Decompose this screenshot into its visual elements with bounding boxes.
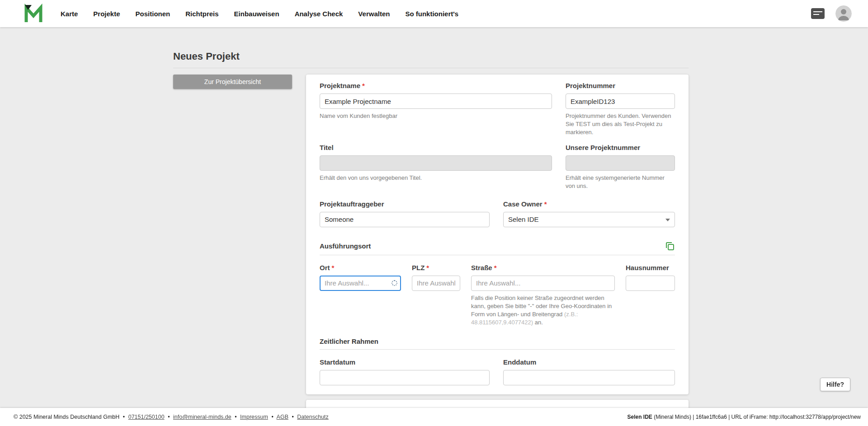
required-asterisk: * bbox=[426, 264, 429, 272]
footer-link-agb[interactable]: AGB bbox=[277, 414, 288, 420]
titel-helper: Erhält den von uns vorgegebenen Titel. bbox=[320, 174, 552, 182]
field-plz: PLZ* bbox=[412, 264, 460, 327]
startdatum-input[interactable] bbox=[320, 370, 490, 385]
new-project-form-card: Projektname* Name vom Kunden festlegbar … bbox=[306, 75, 689, 394]
user-avatar[interactable] bbox=[835, 5, 852, 22]
nav-item-richtpreis[interactable]: Richtpreis bbox=[185, 10, 218, 18]
footer-link-email[interactable]: info@mineral-minds.de bbox=[173, 414, 231, 420]
enddatum-label: Enddatum bbox=[503, 358, 675, 366]
strasse-label: Straße* bbox=[471, 264, 615, 272]
mineral-minds-logo[interactable] bbox=[24, 4, 43, 23]
case-owner-select[interactable]: Selen IDE bbox=[503, 212, 675, 227]
field-projektauftraggeber: Projektauftraggeber bbox=[320, 200, 490, 227]
field-projektname: Projektname* Name vom Kunden festlegbar bbox=[320, 82, 552, 136]
logo-m-icon bbox=[24, 4, 43, 23]
navbar-right bbox=[811, 5, 852, 22]
section-divider bbox=[320, 349, 675, 350]
footer-separator: • bbox=[123, 414, 125, 420]
unsere-projektnummer-input bbox=[566, 155, 675, 171]
section-title-zeitlicher-rahmen: Zeitlicher Rahmen bbox=[320, 337, 378, 346]
left-column: Zur Projektübersicht bbox=[173, 75, 292, 89]
field-enddatum: Enddatum bbox=[503, 358, 675, 385]
projektauftraggeber-label: Projektauftraggeber bbox=[320, 200, 490, 208]
titel-label: Titel bbox=[320, 144, 552, 152]
nav-item-karte[interactable]: Karte bbox=[61, 10, 78, 18]
field-projektnummer: Projektnummer Projektnummer des Kunden. … bbox=[566, 82, 675, 136]
nav-item-analyse-check[interactable]: Analyse Check bbox=[295, 10, 343, 18]
ort-input[interactable] bbox=[320, 276, 401, 291]
startdatum-label: Startdatum bbox=[320, 358, 490, 366]
required-asterisk: * bbox=[362, 82, 365, 89]
required-asterisk: * bbox=[494, 264, 497, 272]
help-button[interactable]: Hilfe? bbox=[820, 378, 850, 391]
nav-item-positionen[interactable]: Positionen bbox=[136, 10, 170, 18]
footer-link-phone[interactable]: 07151/250100 bbox=[128, 414, 165, 420]
footer-user-name: Selen IDE bbox=[627, 414, 652, 420]
footer-separator: • bbox=[235, 414, 236, 420]
footer: © 2025 Mineral Minds Deutschland GmbH • … bbox=[0, 408, 868, 426]
unsere-projektnummer-label: Unsere Projektnummer bbox=[566, 144, 675, 152]
field-case-owner: Case Owner* Selen IDE bbox=[503, 200, 675, 227]
hausnummer-input[interactable] bbox=[626, 276, 675, 291]
plz-label: PLZ* bbox=[412, 264, 460, 272]
field-startdatum: Startdatum bbox=[320, 358, 490, 385]
footer-copyright: © 2025 Mineral Minds Deutschland GmbH bbox=[14, 414, 119, 420]
footer-separator: • bbox=[168, 414, 170, 420]
hausnummer-label: Hausnummer bbox=[626, 264, 675, 272]
section-divider bbox=[320, 255, 675, 255]
projektnummer-input[interactable] bbox=[566, 94, 675, 109]
project-overview-button[interactable]: Zur Projektübersicht bbox=[173, 75, 292, 89]
copy-icon[interactable] bbox=[665, 241, 675, 251]
field-ort: Ort* bbox=[320, 264, 401, 327]
footer-left: © 2025 Mineral Minds Deutschland GmbH • … bbox=[14, 414, 329, 420]
footer-separator: • bbox=[292, 414, 293, 420]
nav-item-so-funktionierts[interactable]: So funktioniert's bbox=[405, 10, 458, 18]
projektnummer-helper: Projektnummer des Kunden. Verwenden Sie … bbox=[566, 112, 675, 136]
projektname-input[interactable] bbox=[320, 94, 552, 109]
field-hausnummer: Hausnummer bbox=[626, 264, 675, 327]
projektauftraggeber-input[interactable] bbox=[320, 212, 490, 227]
case-owner-label: Case Owner* bbox=[503, 200, 675, 208]
projektname-label: Projektname* bbox=[320, 82, 552, 90]
title-divider bbox=[173, 68, 689, 68]
projektname-helper: Name vom Kunden festlegbar bbox=[320, 112, 552, 120]
chevron-down-icon bbox=[665, 219, 670, 221]
server-icon[interactable] bbox=[811, 8, 825, 19]
navbar: Karte Projekte Positionen Richtpreis Ein… bbox=[0, 0, 868, 27]
plz-input[interactable] bbox=[412, 276, 460, 291]
nav-item-verwalten[interactable]: Verwalten bbox=[358, 10, 390, 18]
person-icon bbox=[835, 5, 852, 22]
ort-label: Ort* bbox=[320, 264, 401, 272]
main-nav: Karte Projekte Positionen Richtpreis Ein… bbox=[61, 10, 458, 18]
footer-link-impressum[interactable]: Impressum bbox=[240, 414, 268, 420]
footer-separator: • bbox=[271, 414, 273, 420]
loading-spinner-icon bbox=[392, 280, 397, 286]
enddatum-input[interactable] bbox=[503, 370, 675, 385]
footer-session-info: Selen IDE (Mineral Minds) | 16fae1ffc6a6… bbox=[627, 414, 861, 420]
main-content: Neues Projekt Zur Projektübersicht Proje… bbox=[173, 27, 689, 413]
strasse-helper: Falls die Position keiner Straße zugeord… bbox=[471, 294, 615, 327]
required-asterisk: * bbox=[544, 200, 547, 208]
case-owner-selected-value: Selen IDE bbox=[508, 215, 539, 223]
unsere-projektnummer-helper: Erhält eine systemgenerierte Nummer von … bbox=[566, 174, 675, 190]
nav-item-einbauweisen[interactable]: Einbauweisen bbox=[234, 10, 279, 18]
field-strasse: Straße* Falls die Position keiner Straße… bbox=[471, 264, 615, 327]
titel-input bbox=[320, 155, 552, 171]
section-title-ausfuehrungsort: Ausführungsort bbox=[320, 242, 371, 250]
page-title: Neues Projekt bbox=[173, 51, 689, 61]
nav-item-projekte[interactable]: Projekte bbox=[93, 10, 120, 18]
strasse-input[interactable] bbox=[471, 276, 615, 291]
field-unsere-projektnummer: Unsere Projektnummer Erhält eine systemg… bbox=[566, 144, 675, 190]
footer-iframe-info: (Mineral Minds) | 16fae1ffc6a6 | URL of … bbox=[652, 414, 861, 420]
footer-link-datenschutz[interactable]: Datenschutz bbox=[297, 414, 328, 420]
field-titel: Titel Erhält den von uns vorgegebenen Ti… bbox=[320, 144, 552, 190]
required-asterisk: * bbox=[332, 264, 335, 272]
projektnummer-label: Projektnummer bbox=[566, 82, 675, 90]
